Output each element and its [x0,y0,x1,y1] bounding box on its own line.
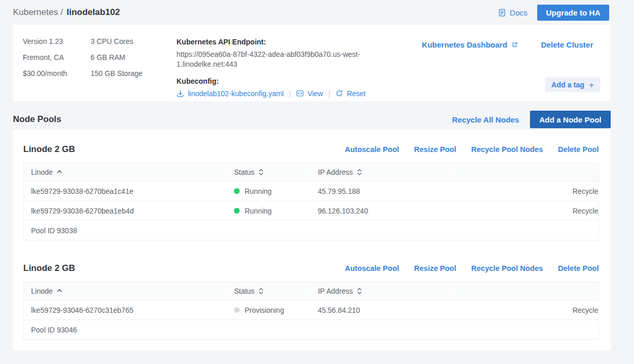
node-status-cell: Running [227,181,311,201]
add-tag-label: Add a tag [551,81,584,89]
recycle-node-link[interactable]: Recycle [454,181,599,201]
kubeconfig-reset-link[interactable]: Reset [335,89,366,98]
status-provisioning-icon [234,307,240,313]
chevron-up-down-icon [357,288,362,294]
plus-icon: + [589,81,594,89]
node-link[interactable]: lke59729-93038-6270bea1eb4d [24,201,227,221]
cluster-specs-column-1: Version 1.23 Fremont, CA $30.00/month [23,35,91,92]
breadcrumb-separator: / [61,7,63,18]
recycle-all-nodes-link[interactable]: Recycle All Nodes [452,115,520,124]
node-row: lke59729-93038-6270bea1c41e Running 45.7… [24,181,599,201]
node-ip: 45.79.95.188 [311,181,454,201]
breadcrumb: Kubernetes / linodelab102 [13,7,120,18]
docs-icon [498,8,506,17]
node-status-cell: Running [227,201,311,221]
chevron-up-down-icon [357,169,362,175]
node-pool: Linode 2 GB Autoscale Pool Resize Pool R… [23,263,599,340]
add-node-pool-button[interactable]: Add a Node Pool [530,111,611,128]
chevron-up-down-icon [259,169,263,175]
node-link[interactable]: lke59729-93038-6270bea1c41e [24,181,227,201]
resize-pool-link[interactable]: Resize Pool [414,264,456,272]
cluster-summary-actions: Kubernetes Dashboard Delete Cluster Add … [368,35,600,92]
kubernetes-dashboard-link[interactable]: Kubernetes Dashboard [422,40,518,49]
column-header-ip-address[interactable]: IP Address [311,163,454,181]
resize-pool-link[interactable]: Resize Pool [414,145,456,154]
upgrade-to-ha-button[interactable]: Upgrade to HA [537,5,609,21]
view-label: View [307,89,323,98]
topbar-actions: Docs Upgrade to HA [498,5,609,21]
pool-id-label: Pool ID 93046 [24,320,599,340]
chevron-up-icon [57,289,62,292]
delete-pool-link[interactable]: Delete Pool [558,264,599,272]
status-label: Running [245,187,272,195]
download-icon [176,89,184,98]
column-label: Status [234,168,255,176]
pool-name: Linode 2 GB [23,263,75,274]
node-row: lke59729-93046-6270c31eb765 Provisioning… [24,300,599,320]
pool-id-label: Pool ID 93038 [24,221,599,240]
pool-id-row: Pool ID 93046 [24,320,599,340]
pool-id-row: Pool ID 93038 [24,221,599,240]
page-title-cluster-name: linodelab102 [67,7,120,18]
docs-label: Docs [510,8,527,17]
column-header-linode[interactable]: Linode [24,282,227,300]
node-ip: 96.126.103.240 [311,201,454,221]
node-status-cell: Provisioning [227,300,311,320]
chevron-up-down-icon [259,288,263,294]
add-tag-button[interactable]: Add a tag + [545,78,600,92]
node-pool: Linode 2 GB Autoscale Pool Resize Pool R… [23,144,599,240]
recycle-pool-nodes-link[interactable]: Recycle Pool Nodes [471,264,543,272]
api-endpoint-url: https://095ea60a-87bf-4322-adea-abf03f9b… [176,50,362,69]
kubeconfig-file-name: linodelab102-kubeconfig.yaml [188,89,284,98]
cluster-version: Version 1.23 [23,38,91,45]
code-view-icon [296,89,304,97]
column-header-status[interactable]: Status [227,282,311,300]
cluster-summary-card: Version 1.23 Fremont, CA $30.00/month 3 … [13,25,611,101]
node-pools-header: Node Pools Recycle All Nodes Add a Node … [13,111,611,128]
cluster-specs-column-2: 3 CPU Cores 6 GB RAM 150 GB Storage [91,35,176,92]
column-header-ip-address[interactable]: IP Address [311,282,454,300]
node-row: lke59729-93038-6270bea1eb4d Running 96.1… [24,201,599,221]
docs-link[interactable]: Docs [498,8,527,17]
cluster-cpu: 3 CPU Cores [91,38,176,45]
breadcrumb-kubernetes-link[interactable]: Kubernetes [13,7,58,18]
status-running-icon [234,188,240,194]
cluster-region: Fremont, CA [23,54,91,61]
topbar: Kubernetes / linodelab102 Docs Upgrade t… [0,0,634,25]
divider: | [289,89,291,98]
column-header-actions [454,282,599,300]
divider: | [328,89,330,98]
column-header-status[interactable]: Status [227,163,311,181]
nodes-table: Linode Status [23,282,599,340]
refresh-icon [335,89,343,97]
delete-pool-link[interactable]: Delete Pool [558,145,599,154]
autoscale-pool-link[interactable]: Autoscale Pool [345,145,399,154]
kubeconfig-download-link[interactable]: linodelab102-kubeconfig.yaml [176,89,284,98]
kubernetes-dashboard-label: Kubernetes Dashboard [422,40,507,49]
nodes-table: Linode Status [23,163,599,240]
delete-cluster-link[interactable]: Delete Cluster [541,40,593,49]
cluster-storage: 150 GB Storage [91,70,176,77]
column-label: IP Address [318,168,352,176]
recycle-node-link[interactable]: Recycle [454,300,599,320]
node-link[interactable]: lke59729-93046-6270c31eb765 [24,300,227,320]
column-label: Status [234,287,255,295]
pool-name: Linode 2 GB [23,144,75,155]
column-label: Linode [31,168,53,176]
column-header-linode[interactable]: Linode [24,163,227,181]
recycle-node-link[interactable]: Recycle [454,201,599,221]
cluster-price: $30.00/month [23,70,91,77]
recycle-pool-nodes-link[interactable]: Recycle Pool Nodes [471,145,543,154]
status-running-icon [234,208,240,214]
status-label: Provisioning [245,306,284,314]
reset-label: Reset [347,89,366,98]
status-label: Running [245,207,272,215]
autoscale-pool-link[interactable]: Autoscale Pool [345,264,399,272]
node-pools-card: Linode 2 GB Autoscale Pool Resize Pool R… [13,130,611,351]
kubeconfig-actions: linodelab102-kubeconfig.yaml | View | [176,89,368,98]
external-link-icon [511,41,518,48]
api-endpoint-block: Kubernetes API Endpoint: https://095ea60… [176,35,368,92]
column-label: Linode [31,287,53,295]
kubeconfig-view-link[interactable]: View [296,89,323,98]
node-pools-title: Node Pools [13,114,62,125]
